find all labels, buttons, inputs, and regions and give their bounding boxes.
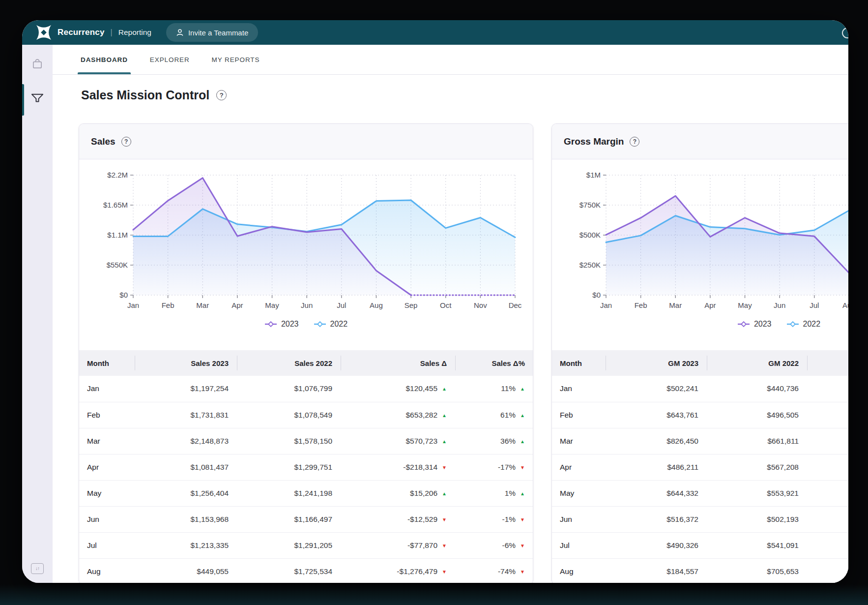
- cell-sales_2022: $1,078,549: [237, 402, 341, 428]
- section-name: Reporting: [118, 28, 151, 37]
- down-arrow-icon: ▼: [520, 569, 525, 575]
- cell-month: Mar: [552, 428, 606, 454]
- col-sales-delta: Sales Δ: [341, 350, 456, 376]
- cell-month: May: [552, 480, 606, 506]
- tab-explorer[interactable]: EXPLORER: [150, 45, 190, 74]
- cell-empty: [808, 480, 848, 506]
- svg-text:Nov: Nov: [474, 301, 487, 309]
- down-arrow-icon: ▼: [520, 543, 525, 548]
- cell-month: May: [79, 480, 135, 506]
- svg-text:Sep: Sep: [405, 301, 418, 309]
- sales-card: Sales ? $2.2M$1.65M$1.1M$550K$0JanFebMar…: [79, 123, 533, 583]
- down-arrow-icon: ▼: [442, 517, 447, 522]
- cell-sales_2023: $449,055: [135, 558, 237, 583]
- cell-delta: $15,206▲: [341, 480, 456, 506]
- legend-item-2023[interactable]: 2023: [264, 320, 299, 329]
- table-row: Jul$490,326$541,091: [552, 532, 848, 558]
- col-month: Month: [552, 350, 606, 376]
- cell-gm_2022: $661,811: [707, 428, 808, 454]
- sales-chart-legend: 20232022: [79, 313, 533, 335]
- down-arrow-icon: ▼: [520, 517, 525, 522]
- gm-card-title: Gross Margin: [564, 136, 624, 147]
- table-row: Mar$2,148,873$1,578,150$570,723▲36%▲: [79, 428, 533, 454]
- col-gm-2023: GM 2023: [606, 350, 707, 376]
- cell-gm_2023: $184,557: [606, 558, 707, 583]
- cell-gm_2022: $502,193: [707, 506, 808, 532]
- svg-text:$0: $0: [119, 291, 128, 299]
- sidebar-item-reporting[interactable]: [30, 92, 44, 107]
- svg-text:Mar: Mar: [196, 301, 209, 309]
- svg-text:Jul: Jul: [810, 301, 819, 309]
- brand-name: Recurrency: [58, 28, 105, 37]
- sales-help-icon[interactable]: ?: [121, 137, 131, 147]
- svg-text:Jul: Jul: [337, 301, 346, 309]
- invite-teammate-button[interactable]: Invite a Teammate: [166, 23, 258, 42]
- top-bar: Recurrency | Reporting Invite a Teammate: [22, 20, 848, 45]
- cell-empty: [808, 506, 848, 532]
- up-arrow-icon: ▲: [442, 413, 447, 418]
- table-row: Jan$1,197,254$1,076,799$120,455▲11%▲: [79, 376, 533, 402]
- sales-card-title: Sales: [91, 136, 116, 147]
- invite-teammate-label: Invite a Teammate: [188, 29, 248, 37]
- cell-delta_pct: -1%▼: [456, 506, 533, 532]
- up-arrow-icon: ▲: [442, 386, 447, 392]
- legend-item-2023[interactable]: 2023: [737, 320, 772, 329]
- legend-item-2022[interactable]: 2022: [314, 320, 348, 329]
- cell-month: Jan: [552, 376, 606, 402]
- svg-text:May: May: [265, 301, 279, 309]
- sidebar-item-orders[interactable]: [31, 58, 44, 72]
- up-arrow-icon: ▲: [442, 491, 447, 496]
- cell-month: Aug: [552, 558, 606, 583]
- cell-month: Jun: [79, 506, 135, 532]
- brand-separator: |: [111, 28, 113, 37]
- tab-my-reports[interactable]: MY REPORTS: [212, 45, 260, 74]
- table-row: Jul$1,213,335$1,291,205-$77,870▼-6%▼: [79, 532, 533, 558]
- svg-text:$2.2M: $2.2M: [107, 171, 128, 179]
- legend-marker-icon: [314, 321, 326, 327]
- up-arrow-icon: ▲: [520, 439, 525, 444]
- table-row: Mar$826,450$661,811: [552, 428, 848, 454]
- legend-item-2022[interactable]: 2022: [786, 320, 821, 329]
- sales-table: Month Sales 2023 Sales 2022 Sales Δ Sale…: [79, 350, 533, 583]
- sort-arrows-icon[interactable]: ↓↑: [31, 563, 44, 574]
- cell-month: Jul: [552, 532, 606, 558]
- col-gm-2022: GM 2022: [707, 350, 808, 376]
- col-sales-delta-pct: Sales Δ%: [456, 350, 533, 376]
- svg-text:$250K: $250K: [579, 261, 601, 269]
- legend-marker-icon: [737, 321, 750, 327]
- recurrency-logo-icon: [36, 25, 52, 40]
- svg-text:Feb: Feb: [162, 301, 174, 309]
- cell-delta: -$218,314▼: [341, 454, 456, 480]
- down-arrow-icon: ▼: [442, 465, 447, 470]
- cell-delta_pct: -6%▼: [456, 532, 533, 558]
- cell-delta: $120,455▲: [341, 376, 456, 402]
- cell-gm_2023: $644,332: [606, 480, 707, 506]
- cell-empty: [808, 532, 848, 558]
- cell-gm_2023: $486,211: [606, 454, 707, 480]
- svg-text:Apr: Apr: [231, 301, 243, 309]
- cell-month: Aug: [79, 558, 135, 583]
- cell-sales_2023: $1,197,254: [135, 376, 237, 402]
- gross-margin-card: Gross Margin ? $1M$750K$500K$250K$0JanFe…: [551, 123, 848, 583]
- table-row: Apr$486,211$567,208: [552, 454, 848, 480]
- svg-text:$1.65M: $1.65M: [103, 201, 128, 209]
- tab-dashboard[interactable]: DASHBOARD: [81, 45, 128, 74]
- app-window: Recurrency | Reporting Invite a Teammate: [22, 20, 848, 583]
- sales-table-header-row: Month Sales 2023 Sales 2022 Sales Δ Sale…: [79, 350, 533, 376]
- gm-help-icon[interactable]: ?: [630, 137, 639, 147]
- clipped-profile-icon[interactable]: [842, 28, 848, 38]
- cell-delta_pct: 61%▲: [456, 402, 533, 428]
- col-month: Month: [79, 350, 135, 376]
- cell-month: Apr: [79, 454, 135, 480]
- cell-month: Jan: [79, 376, 135, 402]
- down-arrow-icon: ▼: [442, 569, 447, 575]
- cell-month: Feb: [552, 402, 606, 428]
- page-help-icon[interactable]: ?: [216, 90, 227, 100]
- main-content: DASHBOARD EXPLORER MY REPORTS Sales Miss…: [53, 45, 848, 583]
- gm-table-header-row: Month GM 2023 GM 2022: [552, 350, 848, 376]
- cell-gm_2023: $490,326: [606, 532, 707, 558]
- gross-margin-line-chart: $1M$750K$500K$250K$0JanFebMarAprMayJunJu…: [552, 159, 848, 313]
- cell-gm_2022: $567,208: [707, 454, 808, 480]
- cell-sales_2023: $2,148,873: [135, 428, 237, 454]
- svg-text:$1.1M: $1.1M: [107, 231, 128, 239]
